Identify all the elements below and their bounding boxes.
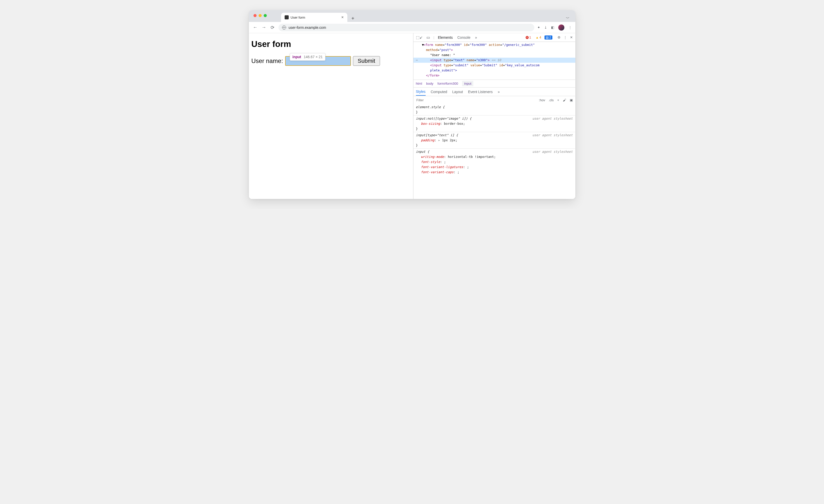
crumb-html[interactable]: html (416, 82, 422, 85)
maximize-window-button[interactable] (264, 14, 267, 17)
toolbar: ← → ⟳ user-form.example.com ✦ ⤓ ◧ ⋮ (249, 22, 575, 33)
tab-computed[interactable]: Computed (431, 88, 447, 95)
favicon-icon (285, 15, 289, 19)
devtools-kebab-icon[interactable]: ⋮ (563, 35, 567, 39)
styles-rules: element.style { } user agent stylesheet … (413, 104, 575, 199)
url-text: user-form.example.com (289, 25, 326, 29)
sidepanel-icon[interactable]: ◧ (551, 25, 554, 29)
issues-badge[interactable]: ▤ 2 (544, 35, 552, 39)
device-toggle-icon[interactable]: ▭ (426, 35, 430, 40)
tooltip-dimensions: 146.67 × 21 (304, 55, 323, 59)
devtools-header: ⬚➹ ▭ | Elements Console » ✕1 ▲4 ▤ 2 ⚙ ⋮ … (413, 33, 575, 42)
tab-styles[interactable]: Styles (416, 88, 426, 96)
tab-title: User form (291, 16, 339, 19)
download-icon[interactable]: ⤓ (544, 25, 547, 29)
panel-toggle-icon[interactable]: ▣ (570, 98, 573, 102)
css-rule[interactable]: user agent stylesheet input:not([type="i… (413, 115, 575, 132)
submit-button[interactable]: Submit (353, 56, 380, 66)
styles-filter-bar: :hov .cls + 🖌 ▣ (413, 96, 575, 104)
globe-icon (282, 25, 286, 29)
css-rule[interactable]: user agent stylesheet input { writing-mo… (413, 148, 575, 175)
tab-layout[interactable]: Layout (452, 88, 463, 95)
inspect-tooltip: input 146.67 × 21 (290, 53, 326, 61)
dom-text-node: "User name: " (430, 53, 455, 57)
browser-window: User form × + ﹀ ← → ⟳ user-form.example.… (249, 10, 575, 199)
tab-styles-more[interactable]: » (498, 88, 500, 95)
page-viewport: User form User name: Submit input 146.67… (249, 33, 413, 199)
warning-badge[interactable]: ▲4 (534, 35, 542, 39)
cls-toggle[interactable]: .cls (548, 98, 554, 102)
minimize-window-button[interactable] (259, 14, 262, 17)
address-bar[interactable]: user-form.example.com (279, 24, 534, 31)
user-form: User name: Submit (251, 56, 411, 66)
close-tab-icon[interactable]: × (341, 15, 343, 20)
new-tab-button[interactable]: + (349, 15, 356, 22)
css-rule[interactable]: element.style { } (413, 104, 575, 115)
browser-tab[interactable]: User form × (281, 13, 347, 22)
forward-button[interactable]: → (261, 25, 267, 30)
profile-avatar[interactable] (558, 24, 564, 31)
hov-toggle[interactable]: :hov (539, 98, 545, 102)
new-rule-button[interactable]: + (557, 98, 559, 102)
reload-button[interactable]: ⟳ (270, 25, 276, 30)
expand-triangle-icon[interactable]: ▼ (422, 42, 424, 47)
devtools-close-icon[interactable]: ✕ (570, 35, 573, 39)
dom-breadcrumb: html body form#form300 input (413, 80, 575, 87)
crumb-form[interactable]: form#form300 (437, 82, 458, 85)
dom-tree[interactable]: ▼ <form name="form300" id="form300" acti… (413, 42, 575, 80)
traffic-lights (253, 14, 267, 17)
settings-icon[interactable]: ⚙ (557, 35, 560, 39)
devtools-panel: ⬚➹ ▭ | Elements Console » ✕1 ▲4 ▤ 2 ⚙ ⋮ … (413, 33, 575, 199)
styles-tabs: Styles Computed Layout Event Listeners » (413, 87, 575, 96)
back-button[interactable]: ← (252, 25, 258, 30)
username-label: User name: (251, 58, 283, 65)
toolbar-icons: ✦ ⤓ ◧ ⋮ (537, 24, 572, 31)
error-badge[interactable]: ✕1 (524, 35, 532, 39)
kebab-menu-icon[interactable]: ⋮ (569, 25, 572, 29)
page-heading: User form (251, 39, 411, 49)
crumb-body[interactable]: body (426, 82, 433, 85)
styles-filter-input[interactable] (413, 96, 508, 104)
expand-triangle-icon[interactable]: ▸ (438, 138, 442, 142)
extensions-icon[interactable]: ✦ (537, 25, 540, 29)
tab-event-listeners[interactable]: Event Listeners (468, 88, 493, 95)
tooltip-tag: input (293, 55, 301, 59)
tab-console[interactable]: Console (457, 34, 470, 40)
close-window-button[interactable] (253, 14, 256, 17)
dom-selected-node[interactable]: <input type="text" name="n300"> == $0 (413, 58, 575, 63)
css-rule[interactable]: user agent stylesheet input[type="text" … (413, 132, 575, 148)
titlebar: User form × + ﹀ (249, 10, 575, 22)
paint-icon[interactable]: 🖌 (563, 98, 566, 102)
content-area: User form User name: Submit input 146.67… (249, 33, 575, 199)
crumb-input[interactable]: input (462, 81, 473, 86)
tab-more[interactable]: » (475, 34, 477, 40)
tab-elements[interactable]: Elements (438, 34, 453, 40)
tabs-dropdown-button[interactable]: ﹀ (564, 15, 571, 22)
inspect-icon[interactable]: ⬚➹ (416, 35, 423, 40)
